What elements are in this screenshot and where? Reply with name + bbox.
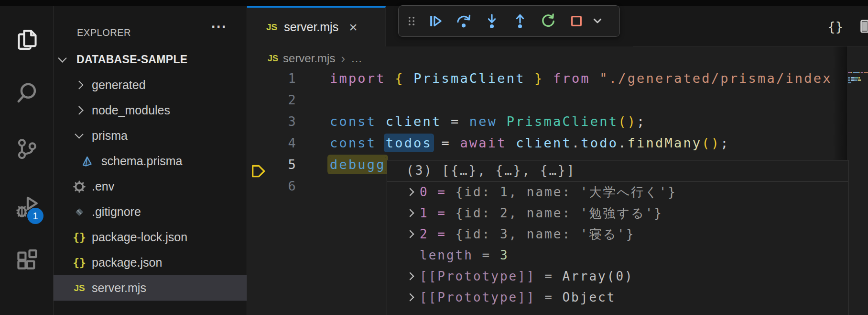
- chevron-right-icon[interactable]: [406, 293, 414, 302]
- minimap-line: [848, 79, 861, 81]
- minimap-token: [848, 79, 850, 81]
- tree-item-package-lock-json[interactable]: {} package-lock.json: [54, 225, 247, 250]
- chevron-right-icon: [75, 80, 83, 89]
- popup-row-name: 1: [420, 206, 429, 220]
- activity-item-extensions[interactable]: [0, 245, 54, 277]
- code-token: PrismaClient: [507, 114, 618, 129]
- line-number[interactable]: 6: [247, 175, 297, 197]
- chevron-right-icon[interactable]: [406, 230, 414, 238]
- code-token: findMany: [628, 135, 702, 150]
- restart-button[interactable]: [538, 11, 559, 32]
- activity-item-run-and-debug[interactable]: 1: [0, 189, 54, 225]
- step-over-button[interactable]: [453, 11, 474, 32]
- code-token: [507, 135, 516, 150]
- tree-item-package-json[interactable]: {} package.json: [54, 250, 247, 275]
- gear-icon: [72, 180, 87, 194]
- minimap-token: [851, 79, 855, 81]
- code-line[interactable]: import { PrismaClient } from "./generate…: [330, 68, 832, 89]
- code-token: [376, 114, 385, 129]
- sidebar-more-actions-button[interactable]: ···: [211, 19, 227, 35]
- step-into-button[interactable]: [481, 11, 502, 32]
- code-token: const: [330, 135, 376, 150]
- vscode-window: 1 EXPLORER ··· DATABASE-SAMPLE generated…: [0, 0, 868, 315]
- files-icon: [14, 27, 39, 54]
- popup-row[interactable]: [[Prototype]] = Object: [387, 287, 848, 308]
- popup-row-text: 1 = {id: 2, name: '勉強する'}: [420, 202, 663, 224]
- code-token: todo: [581, 135, 618, 150]
- popup-row-equals: =: [473, 248, 500, 262]
- step-out-button[interactable]: [510, 11, 531, 32]
- popup-row-value: Object: [562, 290, 616, 304]
- popup-row-value: {id: 1, name: '大学へ行く'}: [456, 185, 677, 199]
- popup-row[interactable]: length = 3: [387, 245, 848, 266]
- minimap-token: [858, 79, 861, 81]
- stop-button[interactable]: [566, 11, 587, 32]
- chevron-right-icon[interactable]: [406, 188, 414, 196]
- popup-row-value: 3: [500, 248, 509, 262]
- code-token: client: [516, 135, 572, 150]
- code-token: const: [330, 114, 376, 129]
- tree-item-schema-prisma[interactable]: schema.prisma: [54, 148, 247, 174]
- activity-item-explorer[interactable]: [0, 24, 54, 57]
- code-token: new: [469, 114, 497, 129]
- extensions-icon: [14, 248, 39, 274]
- code-token: [544, 71, 553, 86]
- minimap-token: [858, 77, 860, 79]
- debug-toolbar: [398, 5, 620, 37]
- tree-item-generated[interactable]: generated: [54, 72, 247, 98]
- minimap-token: [848, 82, 851, 83]
- popup-row[interactable]: 1 = {id: 2, name: '勉強する'}: [387, 202, 848, 224]
- popup-row-name: length: [420, 248, 473, 262]
- code-token: [386, 71, 395, 86]
- line-number[interactable]: 4: [247, 132, 297, 154]
- code-line[interactable]: const client = new PrismaClient();: [330, 111, 646, 132]
- tree-item-node-modules[interactable]: node_modules: [54, 98, 247, 123]
- line-number[interactable]: 5: [247, 154, 297, 175]
- activity-item-source-control[interactable]: [0, 134, 54, 166]
- code-token: "./generated/prisma/index: [599, 71, 832, 86]
- popup-row[interactable]: [[Prototype]] = Array(0): [387, 266, 848, 287]
- line-number[interactable]: 2: [247, 89, 297, 111]
- tree-item-server-mjs[interactable]: JS server.mjs: [54, 275, 247, 301]
- code-line[interactable]: debugg: [330, 154, 386, 175]
- debug-more-options-chevron-icon[interactable]: [590, 11, 605, 32]
- popup-row[interactable]: 0 = {id: 1, name: '大学へ行く'}: [387, 181, 848, 202]
- line-number[interactable]: 1: [247, 68, 297, 89]
- continue-button[interactable]: [425, 11, 446, 32]
- popup-row-name: 2: [420, 227, 429, 241]
- code-token: from: [553, 71, 590, 86]
- popup-row-name: [[Prototype]]: [420, 269, 536, 283]
- code-token: =: [432, 135, 460, 150]
- chevron-down-icon: [75, 130, 83, 138]
- chevron-down-icon: [58, 54, 66, 62]
- tree-item-gitignore[interactable]: .gitignore: [54, 199, 247, 225]
- prisma-icon: [80, 154, 94, 169]
- popup-row-text: 2 = {id: 3, name: '寝る'}: [420, 224, 635, 245]
- drag-handle-icon[interactable]: [405, 11, 418, 32]
- minimap[interactable]: [847, 0, 868, 315]
- sidebar-title: EXPLORER: [77, 27, 131, 38]
- tree-item-env[interactable]: .env: [54, 174, 247, 199]
- tree-item-prisma[interactable]: prisma: [54, 123, 247, 148]
- code-token: ;: [720, 135, 729, 150]
- line-number[interactable]: 3: [247, 111, 297, 132]
- minimap-token: [864, 72, 868, 73]
- search-icon: [14, 81, 39, 108]
- code-token: [590, 71, 599, 86]
- chevron-right-icon[interactable]: [406, 209, 414, 217]
- minimap-token: [851, 72, 852, 73]
- minimap-token: [859, 72, 860, 73]
- chevron-right-icon[interactable]: [406, 272, 414, 281]
- minimap-token: [853, 72, 859, 73]
- popup-value-summary: (3) [{…}, {…}, {…}]: [387, 160, 848, 181]
- activity-item-search[interactable]: [0, 78, 54, 111]
- popup-row[interactable]: 2 = {id: 3, name: '寝る'}: [387, 224, 848, 245]
- popup-row-value: Array(0): [562, 269, 633, 283]
- tree-item-database-sample[interactable]: DATABASE-SAMPLE: [54, 47, 247, 72]
- popup-row-name: 0: [420, 185, 429, 199]
- activity-bar: 1: [0, 6, 54, 315]
- highlighted-token: todos: [386, 135, 432, 150]
- popup-row-text: 0 = {id: 1, name: '大学へ行く'}: [420, 181, 677, 202]
- minimap-shadow: [833, 46, 847, 161]
- code-line[interactable]: const todos = await client.todo.findMany…: [330, 132, 730, 154]
